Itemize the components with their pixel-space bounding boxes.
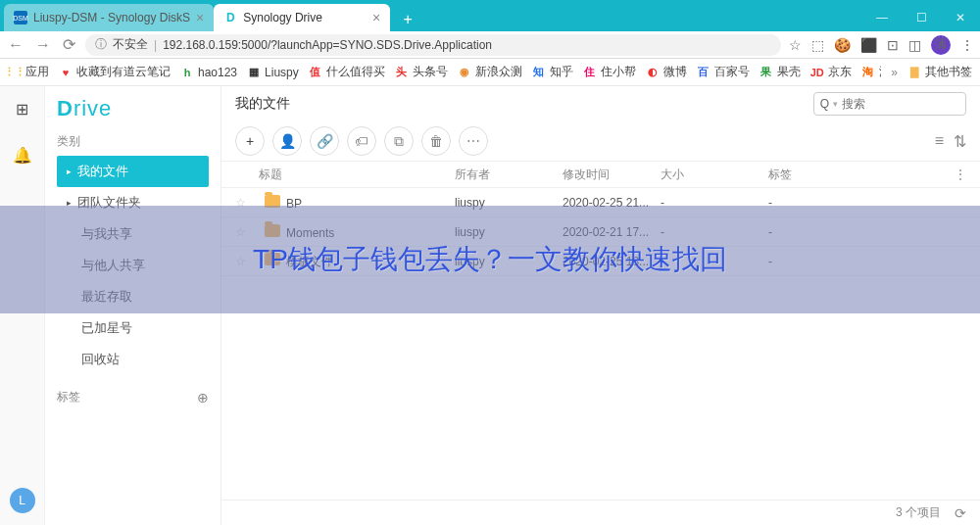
bookmark-item[interactable]: 果果壳: [760, 64, 801, 80]
list-view-button[interactable]: ≡: [935, 132, 944, 151]
bookmark-item[interactable]: 值什么值得买: [309, 64, 385, 80]
add-button[interactable]: +: [235, 126, 265, 156]
browser-tab-0[interactable]: DSM Liuspy-DSM - Synology DiskS ×: [4, 4, 214, 31]
bookmark-icon: 百: [697, 66, 710, 79]
item-count: 3 个项目: [896, 504, 941, 521]
bookmark-icon: ⋮⋮: [8, 66, 22, 79]
sidebar-item[interactable]: 回收站: [57, 344, 209, 375]
search-input[interactable]: [842, 97, 959, 111]
status-bar: 3 个项目 ⟳: [221, 500, 980, 525]
bookmarks-bar: ⋮⋮应用♥收藏到有道云笔记hhao123▦Liuspy值什么值得买头头条号◉新浪…: [0, 59, 980, 86]
bookmark-item[interactable]: 住住小帮: [583, 64, 636, 80]
col-title[interactable]: 标题: [259, 167, 455, 183]
close-button[interactable]: ✕: [941, 4, 980, 31]
bookmark-item[interactable]: hhao123: [180, 66, 237, 79]
profile-avatar[interactable]: 薄: [931, 35, 951, 55]
dsm-favicon: DSM: [14, 11, 27, 24]
bookmark-icon: h: [180, 66, 194, 79]
user-avatar[interactable]: L: [10, 488, 35, 513]
url-security: 不安全: [113, 36, 148, 53]
bookmark-item[interactable]: ◐微博: [646, 64, 687, 80]
folder-icon: ▇: [907, 66, 921, 79]
tags-section: 标签 ⊕: [57, 389, 209, 406]
bookmark-item[interactable]: ◉新浪众测: [458, 64, 522, 80]
bookmark-icon: ◐: [646, 66, 660, 79]
col-owner[interactable]: 所有者: [455, 167, 563, 183]
col-size[interactable]: 大小: [661, 167, 768, 183]
minimize-button[interactable]: —: [862, 4, 902, 31]
url-text: 192.168.0.159:5000/?launchApp=SYNO.SDS.D…: [163, 38, 492, 52]
star-icon[interactable]: ☆: [789, 37, 802, 53]
link-button[interactable]: 🔗: [310, 126, 339, 156]
maximize-button[interactable]: ☐: [902, 4, 941, 31]
bookmark-item[interactable]: 知知乎: [532, 64, 573, 80]
bookmark-icon: 知: [532, 66, 546, 79]
bookmark-item[interactable]: ⋮⋮应用: [8, 64, 49, 80]
forward-button[interactable]: →: [33, 36, 53, 54]
new-tab-button[interactable]: +: [396, 8, 419, 31]
tags-label: 标签: [57, 389, 80, 406]
reload-button[interactable]: ⟳: [61, 35, 77, 54]
bookmark-item[interactable]: JD京东: [810, 64, 852, 80]
bookmark-item[interactable]: 淘淘记: [861, 64, 882, 80]
bookmark-icon: 头: [395, 66, 409, 79]
chevron-down-icon[interactable]: ▾: [833, 99, 838, 109]
add-tag-button[interactable]: ⊕: [197, 390, 209, 406]
search-icon: Q: [820, 97, 829, 111]
browser-tab-1[interactable]: D Synology Drive ×: [214, 4, 390, 31]
bookmark-item[interactable]: 头头条号: [395, 64, 448, 80]
ext-icon[interactable]: ⬚: [811, 37, 824, 53]
sidebar-item[interactable]: ▸我的文件: [57, 156, 209, 187]
bell-icon[interactable]: 🔔: [13, 146, 32, 165]
close-icon[interactable]: ×: [196, 10, 204, 25]
more-button[interactable]: ⋯: [459, 126, 488, 156]
table-header: 标题 所有者 修改时间 大小 标签 ⋮: [221, 161, 980, 188]
main-header: 我的文件 Q ▾: [221, 86, 980, 121]
share-user-button[interactable]: 👤: [272, 126, 302, 156]
url-input[interactable]: ⓘ 不安全 | 192.168.0.159:5000/?launchApp=SY…: [85, 34, 781, 56]
col-tags[interactable]: 标签: [768, 167, 947, 183]
col-modified[interactable]: 修改时间: [563, 167, 661, 183]
bookmark-item[interactable]: ▦Liuspy: [247, 66, 299, 79]
unsafe-icon: ⓘ: [95, 36, 107, 53]
watermark-overlay: TP钱包子钱包丢失？一文教你快速找回: [0, 206, 980, 313]
page-title: 我的文件: [235, 95, 290, 113]
toolbar: + 👤 🔗 🏷 ⧉ 🗑 ⋯ ≡ ⇅: [221, 121, 980, 161]
tab-title: Synology Drive: [243, 11, 322, 24]
watermark-text: TP钱包子钱包丢失？一文教你快速找回: [253, 241, 727, 278]
sidebar-item[interactable]: 已加星号: [57, 312, 209, 344]
bookmark-icon: 果: [760, 66, 773, 79]
ext-icon[interactable]: 🍪: [834, 37, 851, 53]
copy-button[interactable]: ⧉: [384, 126, 414, 156]
bookmark-item[interactable]: ♥收藏到有道云笔记: [59, 64, 171, 80]
bookmark-icon: ♥: [59, 66, 73, 79]
delete-button[interactable]: 🗑: [421, 126, 451, 156]
refresh-icon[interactable]: ⟳: [955, 505, 966, 521]
col-more-icon[interactable]: ⋮: [947, 167, 966, 181]
ext-icon[interactable]: ◫: [908, 37, 921, 53]
chevron-right-icon: ▸: [67, 167, 72, 176]
tab-title: Liuspy-DSM - Synology DiskS: [33, 11, 190, 24]
drive-favicon: D: [223, 11, 237, 24]
app-logo: Drive: [57, 96, 209, 121]
other-bookmarks[interactable]: ▇ 其他书签: [907, 64, 972, 80]
bookmark-icon: 住: [583, 66, 597, 79]
bookmark-icon: ▦: [247, 66, 261, 79]
toolbar-right-icons: ☆ ⬚ 🍪 ⬛ ⊡ ◫ 薄 ⋮: [789, 35, 974, 55]
close-icon[interactable]: ×: [372, 10, 380, 25]
bookmark-icon: 值: [309, 66, 322, 79]
bookmark-item[interactable]: 百百家号: [697, 64, 750, 80]
menu-icon[interactable]: ⋮: [960, 37, 974, 53]
apps-icon[interactable]: ⊞: [16, 100, 28, 119]
search-box[interactable]: Q ▾: [813, 92, 966, 116]
bookmark-icon: ◉: [458, 66, 471, 79]
back-button[interactable]: ←: [6, 36, 25, 54]
bookmark-icon: JD: [810, 66, 824, 79]
browser-titlebar: DSM Liuspy-DSM - Synology DiskS × D Syno…: [0, 0, 980, 31]
bookmark-icon: 淘: [861, 66, 875, 79]
ext-icon[interactable]: ⊡: [887, 37, 899, 53]
tag-button[interactable]: 🏷: [347, 126, 376, 156]
sort-button[interactable]: ⇅: [954, 132, 966, 151]
sidebar-section-label: 类别: [57, 133, 209, 150]
ext-icon[interactable]: ⬛: [860, 37, 877, 53]
